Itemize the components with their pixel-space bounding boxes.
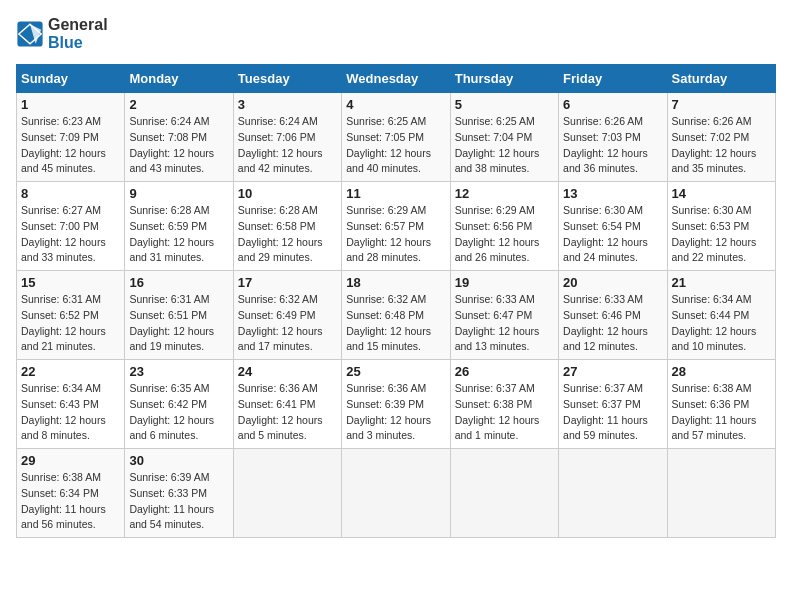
calendar-cell: 22 Sunrise: 6:34 AM Sunset: 6:43 PM Dayl… bbox=[17, 360, 125, 449]
day-info: Sunrise: 6:35 AM Sunset: 6:42 PM Dayligh… bbox=[129, 381, 228, 444]
logo: General Blue bbox=[16, 16, 108, 52]
day-number: 11 bbox=[346, 186, 445, 201]
weekday-header-row: SundayMondayTuesdayWednesdayThursdayFrid… bbox=[17, 65, 776, 93]
calendar-cell bbox=[450, 449, 558, 538]
logo-icon bbox=[16, 20, 44, 48]
calendar-cell: 30 Sunrise: 6:39 AM Sunset: 6:33 PM Dayl… bbox=[125, 449, 233, 538]
day-number: 30 bbox=[129, 453, 228, 468]
day-number: 25 bbox=[346, 364, 445, 379]
day-info: Sunrise: 6:36 AM Sunset: 6:39 PM Dayligh… bbox=[346, 381, 445, 444]
day-info: Sunrise: 6:38 AM Sunset: 6:36 PM Dayligh… bbox=[672, 381, 771, 444]
calendar-cell: 16 Sunrise: 6:31 AM Sunset: 6:51 PM Dayl… bbox=[125, 271, 233, 360]
page-header: General Blue bbox=[16, 16, 776, 52]
weekday-header-friday: Friday bbox=[559, 65, 667, 93]
calendar-cell: 19 Sunrise: 6:33 AM Sunset: 6:47 PM Dayl… bbox=[450, 271, 558, 360]
calendar-cell: 14 Sunrise: 6:30 AM Sunset: 6:53 PM Dayl… bbox=[667, 182, 775, 271]
weekday-header-saturday: Saturday bbox=[667, 65, 775, 93]
weekday-header-monday: Monday bbox=[125, 65, 233, 93]
calendar-cell: 15 Sunrise: 6:31 AM Sunset: 6:52 PM Dayl… bbox=[17, 271, 125, 360]
weekday-header-tuesday: Tuesday bbox=[233, 65, 341, 93]
day-info: Sunrise: 6:37 AM Sunset: 6:38 PM Dayligh… bbox=[455, 381, 554, 444]
calendar-cell: 10 Sunrise: 6:28 AM Sunset: 6:58 PM Dayl… bbox=[233, 182, 341, 271]
calendar-cell: 21 Sunrise: 6:34 AM Sunset: 6:44 PM Dayl… bbox=[667, 271, 775, 360]
day-info: Sunrise: 6:34 AM Sunset: 6:43 PM Dayligh… bbox=[21, 381, 120, 444]
calendar-cell: 5 Sunrise: 6:25 AM Sunset: 7:04 PM Dayli… bbox=[450, 93, 558, 182]
day-number: 8 bbox=[21, 186, 120, 201]
calendar-cell: 4 Sunrise: 6:25 AM Sunset: 7:05 PM Dayli… bbox=[342, 93, 450, 182]
calendar-cell: 13 Sunrise: 6:30 AM Sunset: 6:54 PM Dayl… bbox=[559, 182, 667, 271]
day-info: Sunrise: 6:26 AM Sunset: 7:02 PM Dayligh… bbox=[672, 114, 771, 177]
calendar-cell: 1 Sunrise: 6:23 AM Sunset: 7:09 PM Dayli… bbox=[17, 93, 125, 182]
day-number: 14 bbox=[672, 186, 771, 201]
day-number: 26 bbox=[455, 364, 554, 379]
calendar-cell: 23 Sunrise: 6:35 AM Sunset: 6:42 PM Dayl… bbox=[125, 360, 233, 449]
day-info: Sunrise: 6:39 AM Sunset: 6:33 PM Dayligh… bbox=[129, 470, 228, 533]
calendar-week-1: 1 Sunrise: 6:23 AM Sunset: 7:09 PM Dayli… bbox=[17, 93, 776, 182]
day-number: 24 bbox=[238, 364, 337, 379]
day-info: Sunrise: 6:32 AM Sunset: 6:49 PM Dayligh… bbox=[238, 292, 337, 355]
calendar-cell: 8 Sunrise: 6:27 AM Sunset: 7:00 PM Dayli… bbox=[17, 182, 125, 271]
day-number: 9 bbox=[129, 186, 228, 201]
day-number: 6 bbox=[563, 97, 662, 112]
calendar-cell: 17 Sunrise: 6:32 AM Sunset: 6:49 PM Dayl… bbox=[233, 271, 341, 360]
day-number: 23 bbox=[129, 364, 228, 379]
day-info: Sunrise: 6:33 AM Sunset: 6:47 PM Dayligh… bbox=[455, 292, 554, 355]
calendar-cell bbox=[342, 449, 450, 538]
day-info: Sunrise: 6:29 AM Sunset: 6:57 PM Dayligh… bbox=[346, 203, 445, 266]
calendar-table: SundayMondayTuesdayWednesdayThursdayFrid… bbox=[16, 64, 776, 538]
day-info: Sunrise: 6:24 AM Sunset: 7:08 PM Dayligh… bbox=[129, 114, 228, 177]
day-number: 12 bbox=[455, 186, 554, 201]
day-info: Sunrise: 6:33 AM Sunset: 6:46 PM Dayligh… bbox=[563, 292, 662, 355]
day-number: 18 bbox=[346, 275, 445, 290]
logo-text: General Blue bbox=[48, 16, 108, 52]
day-number: 3 bbox=[238, 97, 337, 112]
day-number: 17 bbox=[238, 275, 337, 290]
calendar-cell: 12 Sunrise: 6:29 AM Sunset: 6:56 PM Dayl… bbox=[450, 182, 558, 271]
calendar-cell: 26 Sunrise: 6:37 AM Sunset: 6:38 PM Dayl… bbox=[450, 360, 558, 449]
day-number: 10 bbox=[238, 186, 337, 201]
calendar-week-4: 22 Sunrise: 6:34 AM Sunset: 6:43 PM Dayl… bbox=[17, 360, 776, 449]
day-number: 16 bbox=[129, 275, 228, 290]
calendar-cell bbox=[667, 449, 775, 538]
calendar-cell: 18 Sunrise: 6:32 AM Sunset: 6:48 PM Dayl… bbox=[342, 271, 450, 360]
day-number: 27 bbox=[563, 364, 662, 379]
day-number: 2 bbox=[129, 97, 228, 112]
calendar-cell: 29 Sunrise: 6:38 AM Sunset: 6:34 PM Dayl… bbox=[17, 449, 125, 538]
calendar-cell bbox=[233, 449, 341, 538]
day-number: 29 bbox=[21, 453, 120, 468]
calendar-cell: 7 Sunrise: 6:26 AM Sunset: 7:02 PM Dayli… bbox=[667, 93, 775, 182]
day-info: Sunrise: 6:28 AM Sunset: 6:58 PM Dayligh… bbox=[238, 203, 337, 266]
calendar-cell: 27 Sunrise: 6:37 AM Sunset: 6:37 PM Dayl… bbox=[559, 360, 667, 449]
day-number: 13 bbox=[563, 186, 662, 201]
calendar-week-3: 15 Sunrise: 6:31 AM Sunset: 6:52 PM Dayl… bbox=[17, 271, 776, 360]
day-info: Sunrise: 6:30 AM Sunset: 6:53 PM Dayligh… bbox=[672, 203, 771, 266]
day-number: 5 bbox=[455, 97, 554, 112]
calendar-cell: 24 Sunrise: 6:36 AM Sunset: 6:41 PM Dayl… bbox=[233, 360, 341, 449]
weekday-header-wednesday: Wednesday bbox=[342, 65, 450, 93]
day-info: Sunrise: 6:34 AM Sunset: 6:44 PM Dayligh… bbox=[672, 292, 771, 355]
calendar-cell: 3 Sunrise: 6:24 AM Sunset: 7:06 PM Dayli… bbox=[233, 93, 341, 182]
calendar-cell: 11 Sunrise: 6:29 AM Sunset: 6:57 PM Dayl… bbox=[342, 182, 450, 271]
weekday-header-thursday: Thursday bbox=[450, 65, 558, 93]
calendar-cell: 28 Sunrise: 6:38 AM Sunset: 6:36 PM Dayl… bbox=[667, 360, 775, 449]
day-info: Sunrise: 6:32 AM Sunset: 6:48 PM Dayligh… bbox=[346, 292, 445, 355]
calendar-cell: 25 Sunrise: 6:36 AM Sunset: 6:39 PM Dayl… bbox=[342, 360, 450, 449]
day-info: Sunrise: 6:24 AM Sunset: 7:06 PM Dayligh… bbox=[238, 114, 337, 177]
weekday-header-sunday: Sunday bbox=[17, 65, 125, 93]
day-info: Sunrise: 6:25 AM Sunset: 7:05 PM Dayligh… bbox=[346, 114, 445, 177]
day-number: 20 bbox=[563, 275, 662, 290]
day-number: 28 bbox=[672, 364, 771, 379]
day-number: 22 bbox=[21, 364, 120, 379]
calendar-cell bbox=[559, 449, 667, 538]
day-info: Sunrise: 6:27 AM Sunset: 7:00 PM Dayligh… bbox=[21, 203, 120, 266]
day-info: Sunrise: 6:36 AM Sunset: 6:41 PM Dayligh… bbox=[238, 381, 337, 444]
day-info: Sunrise: 6:31 AM Sunset: 6:51 PM Dayligh… bbox=[129, 292, 228, 355]
day-info: Sunrise: 6:28 AM Sunset: 6:59 PM Dayligh… bbox=[129, 203, 228, 266]
day-number: 19 bbox=[455, 275, 554, 290]
day-info: Sunrise: 6:25 AM Sunset: 7:04 PM Dayligh… bbox=[455, 114, 554, 177]
calendar-cell: 9 Sunrise: 6:28 AM Sunset: 6:59 PM Dayli… bbox=[125, 182, 233, 271]
day-info: Sunrise: 6:26 AM Sunset: 7:03 PM Dayligh… bbox=[563, 114, 662, 177]
day-info: Sunrise: 6:37 AM Sunset: 6:37 PM Dayligh… bbox=[563, 381, 662, 444]
day-info: Sunrise: 6:23 AM Sunset: 7:09 PM Dayligh… bbox=[21, 114, 120, 177]
day-info: Sunrise: 6:38 AM Sunset: 6:34 PM Dayligh… bbox=[21, 470, 120, 533]
